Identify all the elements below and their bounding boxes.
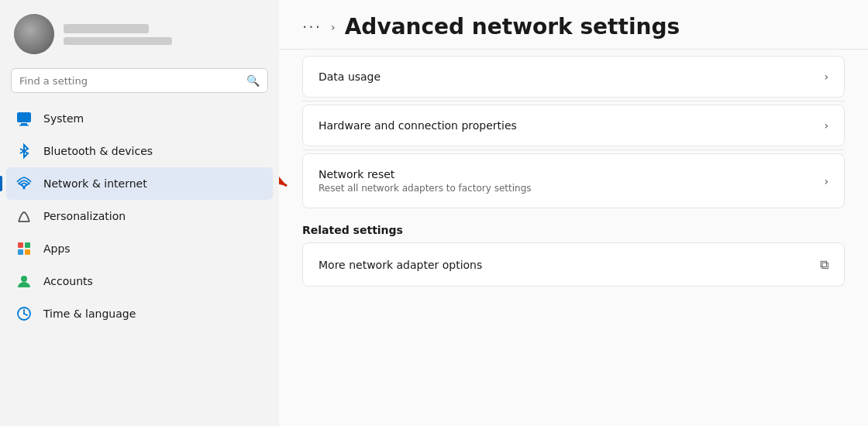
settings-item-hardware[interactable]: Hardware and connection properties › <box>302 105 845 146</box>
sidebar-item-apps[interactable]: Apps <box>6 232 273 265</box>
settings-item-adapter-options[interactable]: More network adapter options ⧉ <box>302 242 845 287</box>
network-reset-subtitle: Reset all network adapters to factory se… <box>319 183 532 194</box>
main-wrapper: ··· › Advanced network settings Data usa… <box>279 0 868 426</box>
hardware-title: Hardware and connection properties <box>319 119 517 132</box>
svg-rect-8 <box>25 249 30 255</box>
svg-point-9 <box>21 276 27 282</box>
sidebar-item-network-label: Network & internet <box>43 177 147 190</box>
sidebar-item-bluetooth-label: Bluetooth & devices <box>43 145 153 157</box>
svg-rect-2 <box>19 125 29 126</box>
hardware-chevron: › <box>824 119 828 132</box>
sidebar-item-personalization[interactable]: Personalization <box>6 200 273 232</box>
svg-rect-5 <box>18 242 23 248</box>
svg-rect-0 <box>17 112 31 122</box>
related-settings-label: Related settings <box>302 211 845 242</box>
svg-rect-7 <box>18 249 23 255</box>
svg-rect-1 <box>21 123 27 125</box>
personalization-icon <box>16 208 33 225</box>
system-icon <box>16 110 33 127</box>
sidebar-item-bluetooth[interactable]: Bluetooth & devices <box>6 135 273 167</box>
profile-section <box>0 0 279 65</box>
sidebar-item-time-label: Time & language <box>43 307 136 320</box>
sidebar-item-accounts-label: Accounts <box>43 275 93 287</box>
time-icon <box>16 305 33 322</box>
svg-line-12 <box>24 314 27 315</box>
network-reset-chevron: › <box>824 175 828 187</box>
settings-item-network-reset[interactable]: Network reset Reset all network adapters… <box>302 153 845 208</box>
network-icon <box>16 175 33 192</box>
sidebar-item-time[interactable]: Time & language <box>6 297 273 330</box>
data-usage-chevron: › <box>824 70 828 83</box>
sidebar-item-system-label: System <box>43 112 84 125</box>
page-title: Advanced network settings <box>345 14 680 40</box>
content-area: Data usage › Hardware and connection pro… <box>279 50 868 426</box>
apps-icon <box>16 240 33 257</box>
svg-point-3 <box>23 187 26 190</box>
sidebar-item-personalization-label: Personalization <box>43 210 126 222</box>
settings-item-data-usage[interactable]: Data usage › <box>302 56 845 98</box>
data-usage-title: Data usage <box>319 70 381 83</box>
sidebar-item-system[interactable]: System <box>6 102 273 135</box>
accounts-icon <box>16 273 33 290</box>
bluetooth-icon <box>16 143 33 160</box>
search-input[interactable] <box>19 75 240 87</box>
page-header: ··· › Advanced network settings <box>279 0 868 50</box>
adapter-options-title: More network adapter options <box>319 259 482 271</box>
main-content: ··· › Advanced network settings Data usa… <box>279 0 868 426</box>
search-box[interactable]: 🔍 <box>11 68 268 93</box>
network-reset-title: Network reset <box>319 168 532 180</box>
breadcrumb-chevron: › <box>331 21 336 33</box>
external-link-icon: ⧉ <box>820 257 828 272</box>
profile-name <box>64 24 149 33</box>
search-icon: 🔍 <box>246 74 260 87</box>
nav-list: System Bluetooth & devices <box>0 102 279 426</box>
sidebar: 🔍 System Bluetooth & devices <box>0 0 279 426</box>
sidebar-item-network[interactable]: Network & internet <box>6 167 273 200</box>
profile-email <box>64 37 172 45</box>
avatar[interactable] <box>14 14 54 54</box>
sidebar-item-apps-label: Apps <box>43 242 71 255</box>
svg-rect-6 <box>25 242 30 248</box>
profile-info <box>64 24 172 45</box>
breadcrumb-dots[interactable]: ··· <box>302 18 322 36</box>
sidebar-item-accounts[interactable]: Accounts <box>6 265 273 297</box>
